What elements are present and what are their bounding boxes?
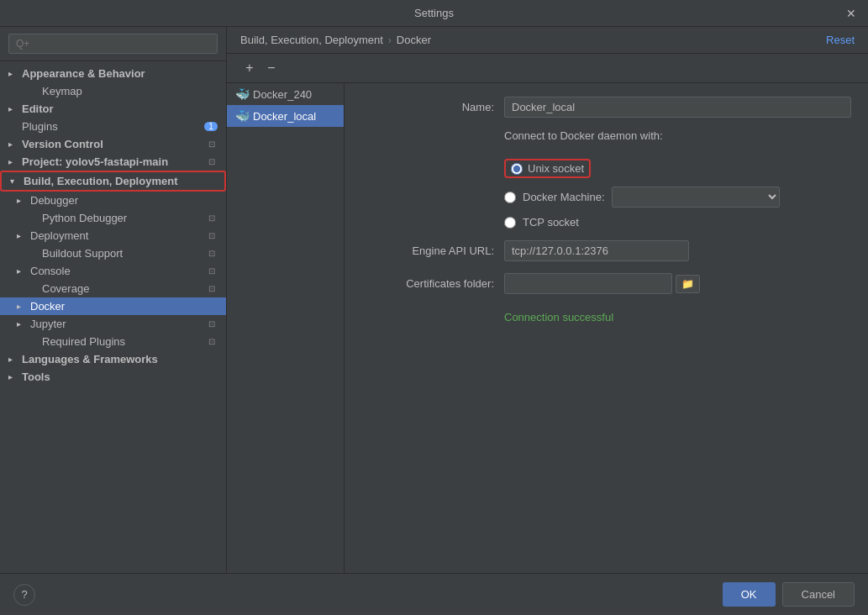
title-bar: Settings ✕ <box>0 0 868 27</box>
sidebar-item-languages-frameworks[interactable]: ▸ Languages & Frameworks <box>0 350 226 368</box>
sidebar-item-build-exec-deploy[interactable]: ▾ Build, Execution, Deployment <box>0 171 226 192</box>
expand-arrow-icon: ▸ <box>8 69 20 78</box>
engine-api-row: Engine API URL: <box>361 240 851 261</box>
unix-socket-label[interactable]: Unix socket <box>528 162 584 175</box>
expand-arrow-icon: ▸ <box>17 266 29 276</box>
unix-socket-highlighted-box: Unix socket <box>504 159 591 178</box>
sidebar-item-label: Buildout Support <box>42 247 203 260</box>
connection-status: Connection successful <box>504 311 613 323</box>
expand-arrow-icon: ▸ <box>8 104 20 113</box>
radio-group-row: Unix socket Docker Machine: <box>361 159 851 229</box>
certs-folder-input-group: 📁 <box>504 273 700 294</box>
sidebar-item-plugins[interactable]: ▸ Plugins 1 <box>0 118 226 135</box>
cancel-button[interactable]: Cancel <box>782 582 855 607</box>
docker-split: 🐳 Docker_240 🐳 Docker_local Name: <box>227 83 868 573</box>
right-panel: Build, Execution, Deployment › Docker Re… <box>227 27 868 573</box>
certs-folder-label: Certificates folder: <box>361 277 504 290</box>
docker-item-label: Docker_local <box>253 110 316 123</box>
docker-list-item-240[interactable]: 🐳 Docker_240 <box>227 83 344 105</box>
main-content: ▸ Appearance & Behavior ▸ Keymap ▸ Edito… <box>0 27 868 573</box>
docker-item-label: Docker_240 <box>253 88 312 101</box>
expand-arrow-icon: ▸ <box>17 196 29 205</box>
breadcrumb-bar: Build, Execution, Deployment › Docker Re… <box>227 27 868 54</box>
name-input[interactable] <box>504 97 851 118</box>
sidebar-item-label: Editor <box>22 102 218 115</box>
docker-machine-label[interactable]: Docker Machine: <box>523 191 605 203</box>
bottom-buttons: OK Cancel <box>723 582 855 607</box>
expand-arrow-icon: ▸ <box>17 302 29 311</box>
help-button[interactable]: ? <box>13 584 35 606</box>
search-input[interactable] <box>8 34 218 54</box>
breadcrumb-part-1[interactable]: Build, Execution, Deployment <box>240 34 383 46</box>
sidebar-item-label: Python Debugger <box>42 212 203 224</box>
docker-list-area: + − 🐳 Docker_240 🐳 Docker_local <box>227 54 868 573</box>
external-icon: ⊡ <box>206 156 218 168</box>
docker-list-item-local[interactable]: 🐳 Docker_local <box>227 105 344 127</box>
external-icon: ⊡ <box>206 318 218 330</box>
name-row: Name: <box>361 97 851 118</box>
breadcrumb-separator: › <box>388 34 392 46</box>
sidebar-item-debugger[interactable]: ▸ Debugger <box>0 192 226 209</box>
certs-folder-input[interactable] <box>504 273 672 294</box>
sidebar-item-coverage[interactable]: ▸ Coverage ⊡ <box>0 280 226 297</box>
sidebar-item-console[interactable]: ▸ Console ⊡ <box>0 262 226 280</box>
tcp-socket-label[interactable]: TCP socket <box>523 216 579 229</box>
expand-arrow-icon: ▸ <box>17 319 29 329</box>
radio-group: Unix socket Docker Machine: <box>504 159 780 229</box>
docker-toolbar: + − <box>227 54 868 83</box>
docker-machine-radio[interactable] <box>504 192 516 203</box>
tcp-socket-radio[interactable] <box>504 217 516 229</box>
external-icon: ⊡ <box>206 213 218 224</box>
sidebar-item-docker[interactable]: ▸ Docker <box>0 297 226 315</box>
sidebar-item-label: Deployment <box>30 229 203 242</box>
sidebar-item-appearance[interactable]: ▸ Appearance & Behavior <box>0 65 226 82</box>
window-title: Settings <box>414 7 454 19</box>
sidebar-item-label: Appearance & Behavior <box>22 67 218 80</box>
sidebar-item-label: Tools <box>22 371 218 383</box>
sidebar-item-keymap[interactable]: ▸ Keymap <box>0 82 226 100</box>
connection-status-row: Connection successful <box>361 306 851 323</box>
sidebar-item-version-control[interactable]: ▸ Version Control ⊡ <box>0 135 226 153</box>
sidebar-item-deployment[interactable]: ▸ Deployment ⊡ <box>0 227 226 244</box>
search-box <box>0 27 226 61</box>
sidebar-item-label: Coverage <box>42 282 203 295</box>
docker-machine-select[interactable] <box>612 187 780 208</box>
bottom-bar: ? OK Cancel <box>0 573 868 615</box>
external-icon: ⊡ <box>206 248 218 260</box>
sidebar-item-label: Version Control <box>22 138 203 150</box>
external-icon: ⊡ <box>206 139 218 150</box>
docker-machine-row: Docker Machine: <box>504 187 780 208</box>
external-icon: ⊡ <box>206 336 218 348</box>
reset-link[interactable]: Reset <box>826 34 855 46</box>
expand-arrow-icon: ▸ <box>8 157 20 166</box>
external-icon: ⊡ <box>206 265 218 277</box>
browse-button[interactable]: 📁 <box>676 275 700 293</box>
sidebar-item-tools[interactable]: ▸ Tools <box>0 368 226 386</box>
sidebar-item-required-plugins[interactable]: ▸ Required Plugins ⊡ <box>0 333 226 350</box>
plugins-badge: 1 <box>204 122 218 131</box>
sidebar-item-jupyter[interactable]: ▸ Jupyter ⊡ <box>0 315 226 333</box>
docker-settings: Name: Connect to Docker daemon with: <box>345 83 868 573</box>
sidebar-item-buildout-support[interactable]: ▸ Buildout Support ⊡ <box>0 244 226 262</box>
unix-socket-radio[interactable] <box>511 163 523 175</box>
sidebar-item-label: Required Plugins <box>42 335 203 348</box>
docker-whale-icon: 🐳 <box>235 87 249 101</box>
tcp-socket-row: TCP socket <box>504 216 780 229</box>
close-button[interactable]: ✕ <box>843 5 860 22</box>
engine-api-input[interactable] <box>504 240 689 261</box>
add-button[interactable]: + <box>240 59 259 77</box>
breadcrumb-part-2: Docker <box>397 34 431 46</box>
sidebar: ▸ Appearance & Behavior ▸ Keymap ▸ Edito… <box>0 27 227 573</box>
certs-folder-row: Certificates folder: 📁 <box>361 273 851 294</box>
connect-label-row: Connect to Docker daemon with: <box>361 129 851 152</box>
sidebar-item-python-debugger[interactable]: ▸ Python Debugger ⊡ <box>0 209 226 227</box>
sidebar-item-label: Jupyter <box>30 318 203 330</box>
sidebar-item-project[interactable]: ▸ Project: yolov5-fastapi-main ⊡ <box>0 153 226 171</box>
connect-label: Connect to Docker daemon with: <box>504 129 663 142</box>
sidebar-item-editor[interactable]: ▸ Editor <box>0 100 226 118</box>
expand-arrow-icon: ▸ <box>8 355 20 364</box>
remove-button[interactable]: − <box>262 59 281 77</box>
sidebar-item-label: Keymap <box>42 85 218 97</box>
docker-whale-icon: 🐳 <box>235 109 249 123</box>
ok-button[interactable]: OK <box>723 582 776 607</box>
